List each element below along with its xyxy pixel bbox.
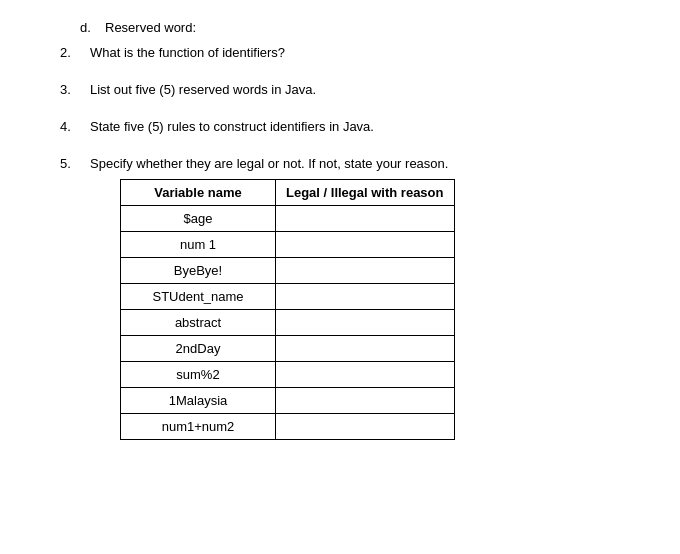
variable-cell: sum%2	[121, 362, 276, 388]
variable-cell: abstract	[121, 310, 276, 336]
question-2: 2. What is the function of identifiers?	[60, 45, 640, 60]
table-header-legal: Legal / Illegal with reason	[276, 180, 455, 206]
table-row: 1Malaysia	[121, 388, 455, 414]
table-row: num1+num2	[121, 414, 455, 440]
question-4: 4. State five (5) rules to construct ide…	[60, 119, 640, 134]
table-row: ByeBye!	[121, 258, 455, 284]
variable-cell: ByeBye!	[121, 258, 276, 284]
legal-cell	[276, 310, 455, 336]
legal-cell	[276, 336, 455, 362]
question-4-text: State five (5) rules to construct identi…	[90, 119, 640, 134]
variable-cell: STUdent_name	[121, 284, 276, 310]
table-row: num 1	[121, 232, 455, 258]
question-3: 3. List out five (5) reserved words in J…	[60, 82, 640, 97]
table-header-variable: Variable name	[121, 180, 276, 206]
legal-cell	[276, 258, 455, 284]
table-row: sum%2	[121, 362, 455, 388]
variable-table: Variable name Legal / Illegal with reaso…	[120, 179, 455, 440]
question-5-number: 5.	[60, 156, 90, 171]
question-2-number: 2.	[60, 45, 90, 60]
question-3-number: 3.	[60, 82, 90, 97]
legal-cell	[276, 206, 455, 232]
table-row: abstract	[121, 310, 455, 336]
question-5-text: Specify whether they are legal or not. I…	[90, 156, 448, 171]
variable-cell: num 1	[121, 232, 276, 258]
variable-cell: 1Malaysia	[121, 388, 276, 414]
variable-cell: $age	[121, 206, 276, 232]
question-5-container: 5. Specify whether they are legal or not…	[60, 156, 640, 440]
variable-table-container: Variable name Legal / Illegal with reaso…	[120, 179, 640, 440]
table-row: $age	[121, 206, 455, 232]
variable-cell: num1+num2	[121, 414, 276, 440]
table-row: STUdent_name	[121, 284, 455, 310]
variable-cell: 2ndDay	[121, 336, 276, 362]
reserved-word-label: d.	[80, 20, 105, 35]
reserved-word-text: Reserved word:	[105, 20, 640, 35]
table-row: 2ndDay	[121, 336, 455, 362]
legal-cell	[276, 362, 455, 388]
legal-cell	[276, 388, 455, 414]
reserved-word-section: d. Reserved word:	[60, 20, 640, 35]
legal-cell	[276, 414, 455, 440]
question-3-text: List out five (5) reserved words in Java…	[90, 82, 640, 97]
legal-cell	[276, 284, 455, 310]
legal-cell	[276, 232, 455, 258]
question-4-number: 4.	[60, 119, 90, 134]
question-2-text: What is the function of identifiers?	[90, 45, 640, 60]
